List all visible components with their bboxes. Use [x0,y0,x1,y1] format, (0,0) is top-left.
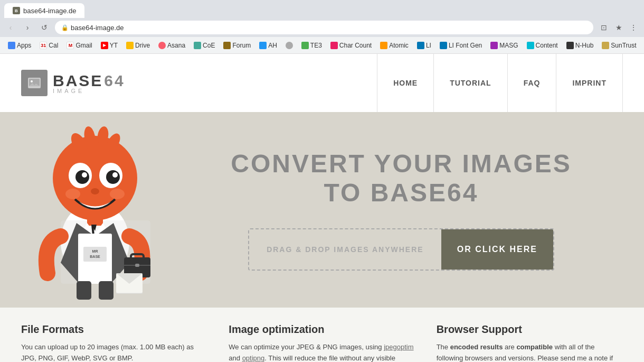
svg-rect-30 [77,281,91,300]
site-logo: BASE 64 IMAGE [21,70,125,96]
bookmark-cal-icon: 31 [40,42,47,49]
nav-home[interactable]: HOME [377,54,434,112]
forward-button[interactable]: › [21,21,34,34]
bookmark-content[interactable]: Content [523,39,562,52]
bookmark-atomic-label: Atomic [389,42,409,49]
bookmark-asana-icon [158,42,166,49]
bookmark-li[interactable]: LI [413,39,435,52]
bookmark-apps[interactable]: Apps [4,39,35,52]
svg-point-17 [65,189,80,199]
bookmark-globe-icon [286,42,293,49]
bookmark-nhub[interactable]: N-Hub [563,39,598,52]
bookmark-content-label: Content [536,42,558,49]
bookmark-coe-icon [194,42,201,49]
bookmark-li-icon [417,42,424,49]
menu-button[interactable]: ⋮ [627,21,640,34]
svg-point-18 [110,189,125,199]
bookmark-more[interactable]: » [641,39,644,52]
browser-support-col: Browser Support The encoded results are … [437,323,623,362]
bookmark-drive-label: Drive [135,42,150,49]
browser-support-para: The encoded results are compatible with … [437,342,623,362]
mascot: MR BASE [21,120,169,300]
logo-text: BASE 64 IMAGE [53,72,125,94]
svg-point-16 [91,188,99,194]
back-button[interactable]: ‹ [4,21,17,34]
bookmark-ah[interactable]: AH [255,39,281,52]
bookmark-masg[interactable]: MASG [487,39,522,52]
svg-point-2 [31,80,33,82]
info-section: File Formats You can upload up to 20 ima… [0,308,644,362]
image-optimization-col: Image optimization We can optimize your … [229,323,415,362]
bookmark-cal[interactable]: 31 Cal [36,39,62,52]
nav-tutorial[interactable]: TUTORIAL [434,54,508,112]
optipng-link[interactable]: optipng [242,354,265,362]
hero-title: CONVERT YOUR IMAGES TO BASE64 [231,149,572,207]
bookmark-drive[interactable]: Drive [122,39,154,52]
bookmark-suntrust[interactable]: SunTrust [598,39,640,52]
bookmark-forum-label: Forum [232,42,251,49]
svg-text:MR: MR [92,249,98,253]
file-formats-title: File Formats [21,323,207,336]
bookmark-te3[interactable]: TE3 [298,39,326,52]
bookmark-apps-icon [8,42,15,49]
bookmark-charcount-icon [330,42,338,49]
bookmark-lifont[interactable]: LI Font Gen [436,39,486,52]
bookmark-charcount[interactable]: Char Count [327,39,375,52]
bookmark-asana[interactable]: Asana [155,39,189,52]
bookmark-drive-icon [126,42,134,49]
lock-icon: 🔒 [61,24,69,31]
star-button[interactable]: ★ [612,21,625,34]
click-here-button[interactable]: OR CLICK HERE [441,229,553,270]
bookmark-cal-label: Cal [49,42,58,49]
bookmark-te3-label: TE3 [310,42,322,49]
bookmarks-bar: Apps 31 Cal M Gmail ▶ YT Drive Asana CoE [0,37,644,54]
site-header: BASE 64 IMAGE HOME TUTORIAL FAQ IMPRINT [0,54,644,112]
nav-icons: ⊡ ★ ⋮ [598,21,640,34]
bookmark-masg-icon [490,42,498,49]
bookmark-content-icon [527,42,534,49]
nav-imprint[interactable]: IMPRINT [556,54,623,112]
bookmark-ah-icon [259,42,267,49]
bookmark-coe[interactable]: CoE [190,39,219,52]
cast-button[interactable]: ⊡ [598,21,610,34]
bookmark-coe-label: CoE [203,42,215,49]
svg-rect-19 [87,215,103,226]
svg-point-15 [112,172,118,178]
bookmark-nhub-icon [566,42,574,49]
tab-favicon: B [13,7,20,14]
hero-title-line2: TO BASE64 [231,178,572,207]
logo-subtitle: IMAGE [53,88,125,94]
site-nav: HOME TUTORIAL FAQ IMPRINT [377,54,623,112]
bookmark-nhub-label: N-Hub [575,42,594,49]
bookmark-yt-label: YT [110,42,118,49]
svg-point-12 [75,170,89,184]
bookmark-lifont-icon [440,42,447,49]
bookmark-globe[interactable] [282,39,297,52]
nav-faq[interactable]: FAQ [508,54,557,112]
address-bar[interactable]: 🔒 base64-image.de [55,21,593,34]
drop-label: DRAG & DROP IMAGES ANYWHERE [267,245,423,254]
hero-section: MR BASE [0,112,644,308]
bookmark-yt[interactable]: ▶ YT [97,39,121,52]
svg-rect-31 [99,281,113,300]
bookmark-te3-icon [301,42,309,49]
bookmark-gmail-label: Gmail [75,42,92,49]
svg-rect-35 [135,264,139,267]
bookmark-forum-icon [223,42,231,49]
bookmark-suntrust-label: SunTrust [611,42,636,49]
reload-button[interactable]: ↺ [38,21,51,34]
tab-bar: B base64-image.de [0,0,644,18]
bookmark-masg-label: MASG [499,42,518,49]
bookmark-atomic-icon [380,42,387,49]
jpegoptim-link[interactable]: jpegoptim [384,343,413,351]
bookmark-yt-icon: ▶ [101,42,108,49]
active-tab[interactable]: B base64-image.de [4,3,84,18]
bookmark-atomic[interactable]: Atomic [376,39,412,52]
bookmark-suntrust-icon [602,42,609,49]
upload-area[interactable]: DRAG & DROP IMAGES ANYWHERE OR CLICK HER… [248,228,554,271]
bookmark-gmail[interactable]: M Gmail [63,39,96,52]
page-content: BASE 64 IMAGE HOME TUTORIAL FAQ IMPRINT [0,54,644,362]
bookmark-forum[interactable]: Forum [220,39,254,52]
logo-brand-base: BASE [53,72,103,90]
drop-zone[interactable]: DRAG & DROP IMAGES ANYWHERE [249,229,441,270]
